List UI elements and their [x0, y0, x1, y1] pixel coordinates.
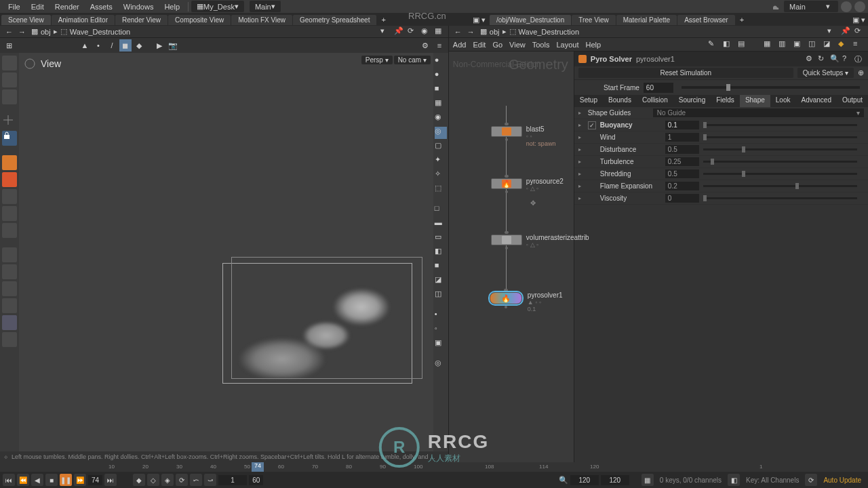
param-slider[interactable] [703, 185, 857, 187]
pane-close-icon[interactable]: ▾ [481, 16, 486, 24]
zoom-icon[interactable]: 🔍 [559, 476, 568, 485]
net-icon-5[interactable]: ▥ [778, 39, 789, 50]
tab-tree-view[interactable]: Tree View [572, 15, 615, 25]
net-menu-go[interactable]: Go [492, 41, 502, 49]
ptab-bounds[interactable]: Bounds [603, 95, 637, 107]
display-guide-13[interactable]: ▭ [435, 232, 447, 245]
net-icon-10[interactable]: ≡ [853, 39, 864, 50]
param-value[interactable]: 0.5 [665, 145, 699, 154]
pin-icon-net[interactable]: 📌 [841, 26, 852, 37]
keyframe-tool-5[interactable]: ⤺ [190, 474, 202, 486]
node-output[interactable] [505, 190, 508, 193]
net-menu-tools[interactable]: Tools [532, 41, 550, 49]
menu-help[interactable]: Help [159, 3, 185, 11]
channel-mode-icon[interactable]: ◧ [728, 474, 740, 486]
tab-animation-editor[interactable]: Animation Editor [52, 15, 115, 25]
tab-render-view[interactable]: Render View [115, 15, 167, 25]
node-output[interactable] [505, 138, 508, 141]
display-guide-20[interactable]: ▣ [435, 338, 447, 350]
search-icon[interactable]: 🔍 [830, 54, 840, 64]
param-value[interactable]: 0.25 [665, 157, 699, 166]
tab-network-path[interactable]: /obj/Wave_Destruction [490, 15, 571, 25]
display-guide-3[interactable]: ■ [435, 84, 447, 96]
node-output[interactable] [505, 306, 507, 308]
keyframe-tool-3[interactable]: ◈ [161, 474, 174, 486]
shelf-tool-1[interactable] [2, 155, 17, 170]
ptab-output[interactable]: Output [837, 95, 868, 107]
tab-asset-browser[interactable]: Asset Browser [677, 15, 734, 25]
node-input[interactable] [505, 123, 509, 125]
display-guide-7[interactable]: ▢ [435, 141, 447, 153]
display-guide-1[interactable]: ● [435, 56, 447, 68]
path-breadcrumb[interactable]: ▩ obj ▸ ⬚ Wave_Destruction [28, 27, 380, 36]
ptab-fields[interactable]: Fields [711, 95, 740, 107]
channel-mode[interactable]: Key: All Channels [742, 476, 803, 484]
step-fwd-button[interactable]: ⏩ [74, 474, 86, 486]
net-menu-help[interactable]: Help [585, 41, 601, 49]
node-pyrosolver1[interactable]: 🔥 pyrosolver1 ▲ ◦ ◦ 0.1 [490, 289, 522, 308]
net-menu-view[interactable]: View [509, 41, 526, 49]
net-icon-1[interactable]: ✎ [708, 39, 719, 50]
net-menu-layout[interactable]: Layout [556, 41, 578, 49]
current-frame[interactable]: 74 [88, 475, 102, 485]
node-input[interactable] [505, 175, 509, 178]
anim-end[interactable]: 60 [249, 475, 263, 485]
ptab-shape[interactable]: Shape [740, 95, 770, 107]
param-slider[interactable] [703, 173, 857, 175]
display-guide-4[interactable]: ▦ [435, 98, 447, 110]
take-icon[interactable]: ◉ [421, 26, 432, 37]
param-slider[interactable] [703, 161, 857, 163]
keyframe-tool-2[interactable]: ◇ [147, 474, 159, 486]
quick-setups-add[interactable]: ⊕ [858, 68, 864, 77]
display-guide-10[interactable]: ⬚ [435, 184, 447, 196]
keyframe-tool-6[interactable]: ⤻ [204, 474, 216, 486]
help-icon[interactable] [841, 1, 852, 12]
render-icon[interactable]: 📷 [167, 39, 179, 52]
display-guide-16[interactable]: ◪ [435, 275, 447, 287]
menu-edit[interactable]: Edit [26, 3, 50, 11]
camera-dropdown[interactable]: No cam ▾ [394, 56, 431, 64]
path-level-0[interactable]: obj [490, 28, 500, 36]
nav-back[interactable]: ← [3, 28, 16, 36]
display-guide-18[interactable]: • [435, 310, 447, 322]
stop-button[interactable]: ■ [45, 474, 58, 486]
select-obj-icon[interactable]: ▲ [79, 39, 91, 52]
display-guide-15[interactable]: ■ [435, 261, 447, 273]
disclosure-icon[interactable]: ▸ [578, 195, 584, 201]
timeline-ruler[interactable]: 74 10 20 30 40 50 60 70 80 90 100 108 11… [0, 462, 868, 472]
update-icon[interactable] [854, 1, 865, 12]
select-prim-icon[interactable]: ◼ [119, 39, 132, 52]
range-end-input[interactable] [570, 475, 599, 485]
shelf-tool-4[interactable] [2, 206, 17, 221]
ptab-sourcing[interactable]: Sourcing [673, 95, 711, 107]
select-edge-icon[interactable]: / [106, 39, 118, 52]
shelf-tool-8[interactable] [2, 281, 17, 296]
disclosure-icon[interactable]: ▸ [578, 146, 584, 152]
play-back-button[interactable]: ◀ [31, 474, 43, 486]
net-icon-7[interactable]: ◫ [808, 39, 819, 50]
nav-forward[interactable]: → [16, 28, 28, 36]
range-start-input[interactable] [218, 475, 247, 485]
node-input[interactable] [505, 231, 509, 234]
disclosure-icon[interactable]: ▸ [578, 159, 584, 165]
playhead[interactable]: 74 [252, 462, 264, 472]
tab-motion-fx-view[interactable]: Motion FX View [231, 15, 292, 25]
select-tool[interactable] [2, 73, 17, 87]
shelf-tool-7[interactable] [2, 264, 17, 279]
param-slider[interactable] [703, 197, 857, 199]
shelf-tool-6[interactable] [2, 247, 17, 262]
net-menu-add[interactable]: Add [453, 41, 467, 49]
update-mode[interactable]: Auto Update [819, 476, 865, 484]
link-icon[interactable]: ⟳ [408, 26, 418, 37]
gear-icon[interactable]: ⚙ [806, 54, 815, 64]
buoyancy-checkbox[interactable]: ✓ [588, 121, 596, 129]
param-value[interactable]: 0 [665, 194, 699, 203]
node-input[interactable] [504, 289, 508, 291]
nav-back-net[interactable]: ← [452, 28, 465, 36]
pin-icon[interactable]: 📌 [394, 26, 405, 37]
display-options-icon[interactable]: ⚙ [419, 39, 431, 52]
info-icon[interactable]: ⓘ [854, 54, 864, 64]
shelf-tool-3[interactable] [2, 189, 17, 204]
display-guide-19[interactable]: ◦ [435, 324, 447, 336]
param-slider[interactable] [703, 124, 857, 126]
